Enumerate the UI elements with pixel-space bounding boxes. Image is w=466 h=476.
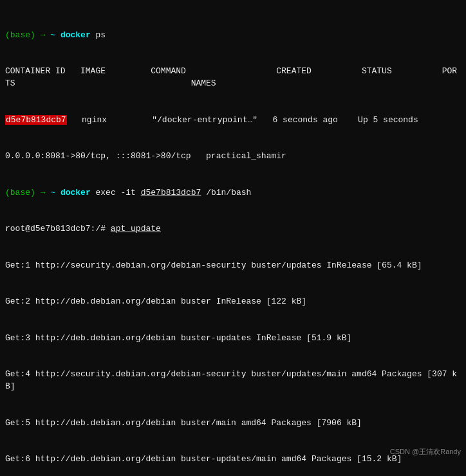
container-ports-line: 0.0.0.0:8081->80/tcp, :::8081->80/tcp pr…	[5, 151, 461, 163]
get3: Get:3 http://deb.debian.org/debian buste…	[5, 333, 461, 345]
cmd-apt-update: apt update	[111, 224, 161, 233]
get4: Get:4 http://security.debian.org/debian-…	[5, 369, 461, 393]
container-id-highlight: d5e7b813dcb7	[5, 115, 67, 125]
get2: Get:2 http://deb.debian.org/debian buste…	[5, 296, 461, 308]
prompt-tilde: ~	[50, 30, 55, 40]
command-exec: (base) → ~ docker exec -it d5e7b813dcb7 …	[5, 187, 461, 199]
terminal: (base) → ~ docker ps CONTAINER ID IMAGE …	[5, 5, 461, 476]
command-line-ps: (base) → ~ docker ps	[5, 30, 461, 42]
get1: Get:1 http://security.debian.org/debian-…	[5, 260, 461, 272]
container-row: d5e7b813dcb7 nginx "/docker-entrypoint…"…	[5, 114, 461, 127]
root-cmd-apt-update: root@d5e7b813dcb7:/# apt update	[5, 223, 461, 235]
header-line: CONTAINER ID IMAGE COMMAND CREATED STATU…	[5, 66, 461, 90]
container-id-underline: d5e7b813dcb7	[141, 188, 201, 197]
watermark-line1: CSDN @王清欢Randy	[390, 447, 461, 457]
prompt-base2: (base)	[5, 188, 35, 197]
prompt-base: (base)	[5, 30, 35, 40]
docker-cmd: docker	[61, 30, 91, 40]
col-container-id: CONTAINER ID IMAGE COMMAND CREATED STATU…	[5, 66, 392, 76]
get5: Get:5 http://deb.debian.org/debian buste…	[5, 417, 461, 430]
watermark: CSDN @王清欢Randy	[390, 447, 461, 457]
